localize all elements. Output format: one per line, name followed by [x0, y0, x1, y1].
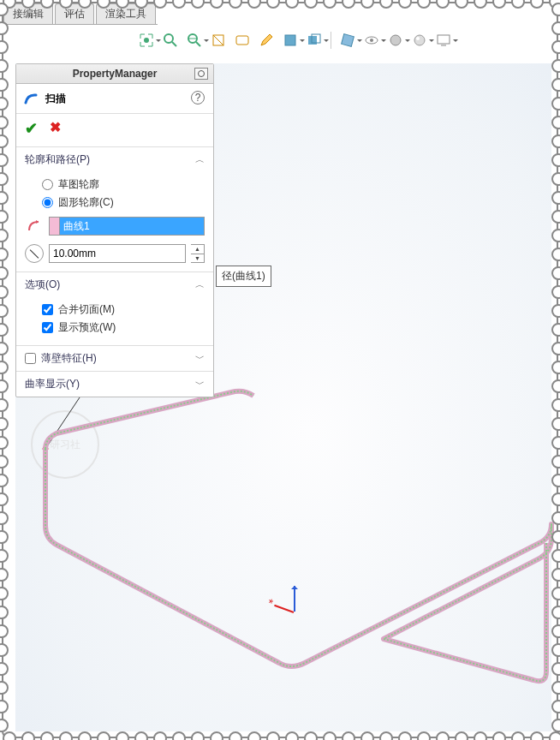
zoom-fit-icon[interactable] [137, 31, 156, 50]
diameter-row: ▲▼ [25, 244, 205, 263]
svg-line-0 [45, 397, 80, 449]
svg-point-17 [416, 37, 420, 40]
path-selection-row: 曲线1 [25, 217, 205, 236]
heads-up-toolbar [137, 31, 453, 50]
svg-rect-12 [342, 34, 354, 47]
section-header[interactable]: 曲率显示(Y) ﹀ [16, 372, 213, 397]
property-manager-panel: PropertyManager 扫描 ? ✔ ✖ 轮廓和路径(P) ︿ 草图轮廓… [15, 63, 214, 397]
section-curvature-display: 曲率显示(Y) ﹀ [16, 372, 213, 397]
chevron-up-icon: ︿ [195, 153, 205, 166]
svg-point-14 [370, 39, 373, 42]
radio-circular-profile[interactable]: 圆形轮廓(C) [25, 194, 205, 212]
sweep-icon [23, 91, 39, 106]
svg-point-15 [390, 35, 401, 45]
visibility-icon[interactable] [362, 31, 381, 50]
render-icon[interactable] [410, 31, 429, 50]
svg-point-2 [144, 38, 149, 43]
pencil-icon[interactable] [257, 31, 276, 50]
path-selection-input[interactable]: 曲线1 [49, 217, 205, 236]
svg-rect-9 [285, 35, 295, 45]
display-style-icon[interactable] [281, 31, 300, 50]
tab-render[interactable]: 渲染工具 [96, 3, 156, 24]
chevron-down-icon: ﹀ [195, 378, 205, 391]
tab-edit[interactable]: 接编辑 [3, 3, 53, 24]
appearance-icon[interactable] [338, 31, 357, 50]
svg-point-1 [43, 446, 48, 451]
pin-icon[interactable] [194, 68, 208, 80]
section-view-icon[interactable] [209, 31, 228, 50]
scene-icon[interactable] [386, 31, 405, 50]
svg-rect-8 [236, 36, 248, 45]
ok-button[interactable]: ✔ [25, 119, 38, 138]
pm-confirm-row: ✔ ✖ [16, 114, 213, 147]
pm-feature-title: 扫描 ? [16, 84, 213, 114]
watermark-badge: 研习社 [31, 410, 99, 479]
pm-header: PropertyManager [16, 64, 213, 84]
cancel-button[interactable]: ✖ [50, 119, 61, 138]
section-profile-path: 轮廓和路径(P) ︿ 草图轮廓 圆形轮廓(C) 曲线1 ▲▼ [16, 147, 213, 272]
diameter-icon [25, 244, 44, 263]
section-header[interactable]: 薄壁特征(H) ﹀ [16, 346, 213, 371]
diameter-input[interactable] [49, 244, 186, 263]
path-tooltip: 径(曲线1) [216, 266, 271, 287]
diameter-spinner[interactable]: ▲▼ [191, 244, 205, 263]
svg-rect-18 [438, 35, 450, 44]
svg-line-7 [213, 35, 223, 45]
section-options: 选项(O) ︿ 合并切面(M) 显示预览(W) [16, 272, 213, 346]
display-icon[interactable] [434, 31, 453, 50]
zoom-area-icon[interactable] [161, 31, 180, 50]
previous-view-icon[interactable] [185, 31, 204, 50]
section-thin-feature: 薄壁特征(H) ﹀ [16, 346, 213, 372]
check-merge-tangent[interactable]: 合并切面(M) [25, 301, 205, 319]
radio-sketch-profile[interactable]: 草图轮廓 [25, 176, 205, 194]
svg-line-4 [172, 42, 176, 46]
feature-name: 扫描 [45, 92, 66, 106]
command-tabs: 接编辑 评估 渲染工具 [3, 3, 158, 25]
svg-point-3 [164, 34, 173, 43]
section-header[interactable]: 轮廓和路径(P) ︿ [16, 147, 213, 172]
help-icon[interactable]: ? [191, 91, 205, 104]
tab-evaluate[interactable]: 评估 [55, 3, 94, 24]
check-show-preview[interactable]: 显示预览(W) [25, 319, 205, 337]
pm-header-title: PropertyManager [73, 68, 158, 80]
thin-feature-checkbox[interactable] [25, 353, 36, 364]
svg-point-16 [414, 35, 425, 45]
chevron-up-icon: ︿ [195, 278, 205, 291]
dynamic-annotation-icon[interactable] [233, 31, 252, 50]
section-header[interactable]: 选项(O) ︿ [16, 272, 213, 297]
hide-show-icon[interactable] [305, 31, 324, 50]
path-icon [25, 217, 44, 236]
chevron-down-icon: ﹀ [195, 352, 205, 365]
